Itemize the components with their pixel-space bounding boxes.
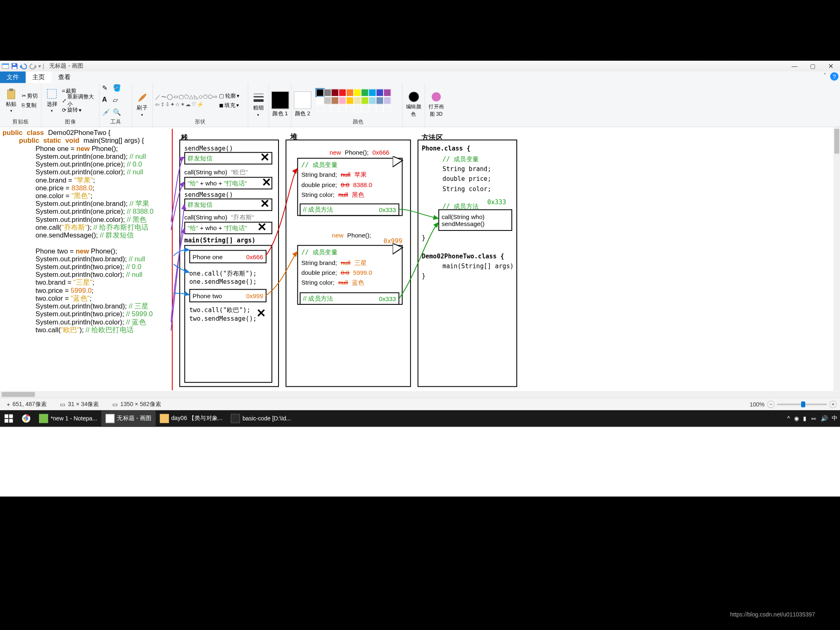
heart-icon[interactable]: ♡ — [192, 101, 196, 107]
redo-icon[interactable] — [29, 62, 37, 70]
polygon-icon[interactable]: ⬠ — [184, 94, 189, 101]
system-tray[interactable]: ^ ◉ ▮ ⫘ 🔊 中 — [787, 415, 838, 422]
group-tools-label: 工具 — [102, 118, 129, 127]
vertical-scrollbar[interactable] — [833, 127, 840, 391]
triangle-icon[interactable]: △ — [189, 94, 193, 101]
arrowr-icon[interactable]: ⇨ — [213, 94, 217, 101]
folder-icon — [160, 414, 169, 423]
line-icon[interactable]: ／ — [155, 94, 160, 101]
magnify-icon[interactable]: 🔍 — [113, 108, 122, 117]
taskbar-explorer[interactable]: day06 【类与对象... — [155, 410, 227, 427]
arrowd-icon[interactable]: ⇩ — [165, 101, 170, 107]
color-palette[interactable] — [316, 89, 391, 112]
rotate-button[interactable]: ⟳旋转 ▾ — [62, 105, 97, 114]
network-icon[interactable]: ◉ — [794, 415, 799, 422]
group-clipboard-label: 剪贴板 — [2, 118, 39, 127]
star6-icon[interactable]: ✶ — [180, 101, 185, 107]
crosshair-icon: + — [7, 401, 10, 407]
paste-button[interactable]: 粘贴 ▾ — [2, 88, 20, 113]
svg-rect-4 — [7, 90, 15, 99]
taskbar-paint[interactable]: 无标题 - 画图 — [101, 410, 155, 427]
start-button[interactable] — [0, 410, 18, 427]
taskbar-idea[interactable]: basic-code [D:\Id... — [227, 410, 295, 427]
thickness-button[interactable]: 粗细 ▾ — [251, 92, 266, 117]
resize-icon: ⤢ — [62, 98, 66, 104]
shapes-gallery[interactable]: ／〜◯▭▢⬠△◺ ◇⬠⬡⇨⇦⇧⇩ ✦☆✶☁♡⚡ — [155, 94, 217, 107]
color2-button[interactable]: 颜色 2 — [294, 91, 311, 117]
maximize-button[interactable]: ▢ — [803, 61, 822, 71]
pencil-icon[interactable]: ✎ — [102, 84, 111, 93]
save-icon[interactable] — [11, 62, 18, 70]
xmark-icon: ✕ — [262, 175, 271, 189]
rtriangle-icon[interactable]: ◺ — [194, 94, 198, 101]
bolt-icon[interactable]: ⚡ — [197, 101, 203, 107]
svg-marker-13 — [393, 156, 402, 167]
status-bar: +651, 487像素 ▭31 × 34像素 ▭1350 × 582像素 100… — [0, 398, 840, 410]
windows-icon — [4, 414, 13, 423]
svg-rect-15 — [5, 414, 8, 418]
arrowl-icon[interactable]: ⇦ — [155, 101, 160, 107]
tab-view[interactable]: 查看 — [51, 71, 77, 83]
cut-button[interactable]: ✂剪切 — [22, 91, 38, 100]
copy-icon: ⎘ — [22, 102, 25, 108]
callout-icon[interactable]: ☁ — [185, 101, 191, 107]
xmark-icon: ✕ — [260, 197, 269, 210]
text-icon[interactable]: A — [102, 96, 111, 105]
paint3d-icon — [430, 91, 442, 103]
curve-icon[interactable]: 〜 — [161, 94, 167, 101]
rect-icon[interactable]: ▭ — [173, 94, 178, 101]
chrome-button[interactable] — [18, 410, 35, 427]
hexagon-icon[interactable]: ⬡ — [208, 94, 212, 101]
bucket-icon[interactable]: 🪣 — [113, 84, 122, 93]
pentagon-icon[interactable]: ⬠ — [203, 94, 208, 101]
zoom-in-button[interactable]: + — [829, 400, 837, 408]
code-block: public class Demo02PhoneTwo { public sta… — [2, 129, 153, 334]
outline-button[interactable]: ▢轮廓 ▾ — [219, 91, 240, 100]
group-shapes-label: 形状 — [155, 118, 245, 127]
eraser-icon[interactable]: ▱ — [113, 96, 122, 105]
volume-icon[interactable]: 🔊 — [821, 415, 828, 422]
paint3d-button[interactable]: 打开画图 3D — [427, 91, 445, 118]
crop-icon: ⌗ — [62, 88, 65, 94]
minimize-button[interactable]: — — [785, 61, 804, 71]
intellij-icon — [231, 414, 240, 423]
zoom-out-button[interactable]: − — [767, 400, 774, 408]
taskbar-notepad[interactable]: *new 1 - Notepa... — [35, 410, 101, 427]
tab-file[interactable]: 文件 — [0, 71, 26, 83]
selection-size: 31 × 34像素 — [68, 400, 99, 408]
tray-up-icon[interactable]: ^ — [787, 415, 790, 422]
eyedropper-icon[interactable]: 💉 — [102, 108, 111, 117]
roundrect-icon[interactable]: ▢ — [179, 94, 184, 101]
edit-colors-button[interactable]: 编辑颜色 — [405, 91, 422, 118]
diamond-icon[interactable]: ◇ — [199, 94, 203, 101]
ribbon-tabs: 文件 主页 查看 ⌃ ? — [0, 71, 840, 83]
canvas-icon: ▭ — [112, 401, 118, 407]
arrowu-icon[interactable]: ⇧ — [160, 101, 165, 107]
tab-home[interactable]: 主页 — [26, 71, 52, 83]
selection-icon: ▭ — [60, 401, 65, 407]
fill-button[interactable]: ◼填充 ▾ — [219, 101, 240, 110]
help-icon[interactable]: ? — [830, 72, 838, 80]
resize-button[interactable]: ⤢重新调整大小 — [62, 96, 97, 105]
collapse-ribbon-icon[interactable]: ⌃ — [823, 72, 827, 80]
select-button[interactable]: 选择 ▾ — [44, 88, 60, 113]
svg-rect-2 — [12, 67, 16, 69]
close-button[interactable]: ✕ — [822, 61, 840, 71]
canvas[interactable]: public class Demo02PhoneTwo { public sta… — [0, 127, 833, 391]
horizontal-scrollbar[interactable] — [0, 391, 840, 398]
ribbon: 粘贴 ▾ ✂剪切 ⎘复制 剪贴板 选择 ▾ ⌗裁剪 ⤢重新 — [0, 83, 840, 127]
vertical-divider — [172, 129, 173, 390]
taskbar: *new 1 - Notepa... 无标题 - 画图 day06 【类与对象.… — [0, 410, 840, 427]
star5-icon[interactable]: ☆ — [175, 101, 180, 107]
zoom-slider[interactable] — [777, 403, 826, 405]
undo-icon[interactable] — [20, 62, 27, 70]
battery-icon[interactable]: ▮ — [803, 415, 806, 422]
color1-button[interactable]: 颜色 1 — [272, 91, 289, 117]
oval-icon[interactable]: ◯ — [167, 94, 173, 101]
wifi-icon[interactable]: ⫘ — [810, 415, 816, 422]
copy-button[interactable]: ⎘复制 — [22, 101, 38, 110]
star4-icon[interactable]: ✦ — [170, 101, 175, 107]
ime-indicator[interactable]: 中 — [832, 415, 838, 422]
brush-button[interactable]: 刷子 ▾ — [135, 92, 150, 117]
cursor-position: 651, 487像素 — [13, 400, 47, 408]
